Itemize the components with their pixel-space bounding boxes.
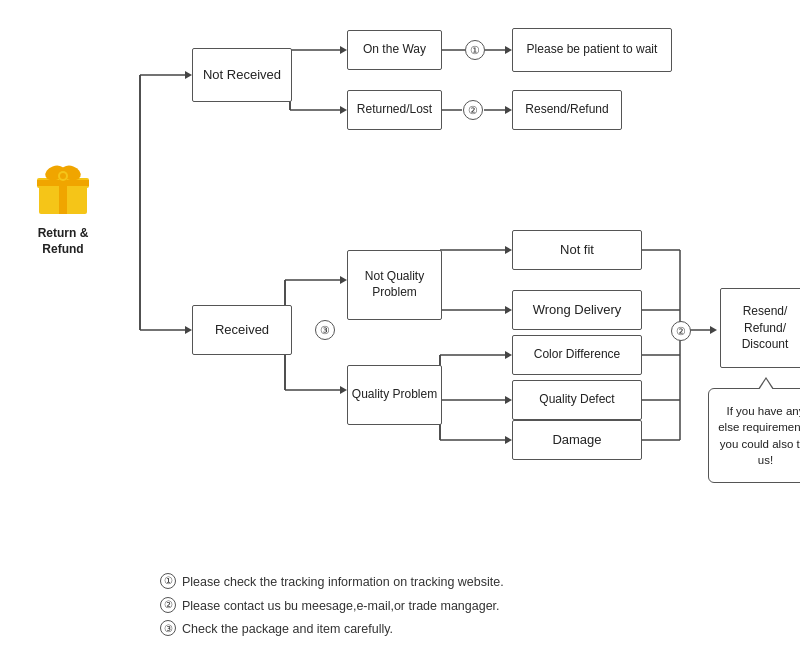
badge-two-returned: ② xyxy=(463,100,483,120)
color-difference-box: Color Difference xyxy=(512,335,642,375)
quality-defect-box: Quality Defect xyxy=(512,380,642,420)
flowchart: Not Received Received On the Way Returne… xyxy=(110,20,770,590)
svg-marker-20 xyxy=(340,106,347,114)
svg-marker-44 xyxy=(505,351,512,359)
wrong-delivery-box: Wrong Delivery xyxy=(512,290,642,330)
svg-marker-58 xyxy=(710,326,717,334)
speech-bubble: If you have any else requirements, you c… xyxy=(708,388,800,483)
not-quality-problem-box: Not Quality Problem xyxy=(347,250,442,320)
not-received-box: Not Received xyxy=(192,48,292,102)
svg-marker-24 xyxy=(505,46,512,54)
quality-problem-box: Quality Problem xyxy=(347,365,442,425)
not-fit-box: Not fit xyxy=(512,230,642,270)
damage-box: Damage xyxy=(512,420,642,460)
footnote-circle-1: ① xyxy=(160,573,176,589)
svg-marker-37 xyxy=(505,246,512,254)
badge-two-received: ② xyxy=(671,321,691,341)
svg-marker-10 xyxy=(185,71,192,79)
on-the-way-box: On the Way xyxy=(347,30,442,70)
please-wait-box: Please be patient to wait xyxy=(512,28,672,72)
svg-marker-46 xyxy=(505,396,512,404)
svg-marker-49 xyxy=(505,436,512,444)
note-text-2: Please contact us bu meesage,e-mail,or t… xyxy=(182,595,500,619)
returned-lost-box: Returned/Lost xyxy=(347,90,442,130)
note-item-3: ③ Check the package and item carefully. xyxy=(160,618,504,642)
svg-marker-27 xyxy=(505,106,512,114)
gift-icon xyxy=(33,160,93,220)
note-item-1: ① Please check the tracking information … xyxy=(160,571,504,595)
page-container: Return & Refund xyxy=(0,0,800,660)
svg-marker-40 xyxy=(505,306,512,314)
badge-three: ③ xyxy=(315,320,335,340)
note-item-2: ② Please contact us bu meesage,e-mail,or… xyxy=(160,595,504,619)
svg-marker-17 xyxy=(340,46,347,54)
svg-marker-13 xyxy=(185,326,192,334)
gift-label: Return & Refund xyxy=(18,226,108,257)
note-text-3: Check the package and item carefully. xyxy=(182,618,393,642)
received-box: Received xyxy=(192,305,292,355)
svg-marker-30 xyxy=(340,276,347,284)
note-text-1: Please check the tracking information on… xyxy=(182,571,504,595)
footer-notes: ① Please check the tracking information … xyxy=(160,571,504,642)
svg-marker-33 xyxy=(340,386,347,394)
resend-refund-discount-box: Resend/ Refund/ Discount xyxy=(720,288,800,368)
footnote-circle-3: ③ xyxy=(160,620,176,636)
svg-point-7 xyxy=(60,173,66,179)
gift-area: Return & Refund xyxy=(18,160,108,257)
footnote-circle-2: ② xyxy=(160,597,176,613)
badge-one-top: ① xyxy=(465,40,485,60)
resend-refund-top-box: Resend/Refund xyxy=(512,90,622,130)
